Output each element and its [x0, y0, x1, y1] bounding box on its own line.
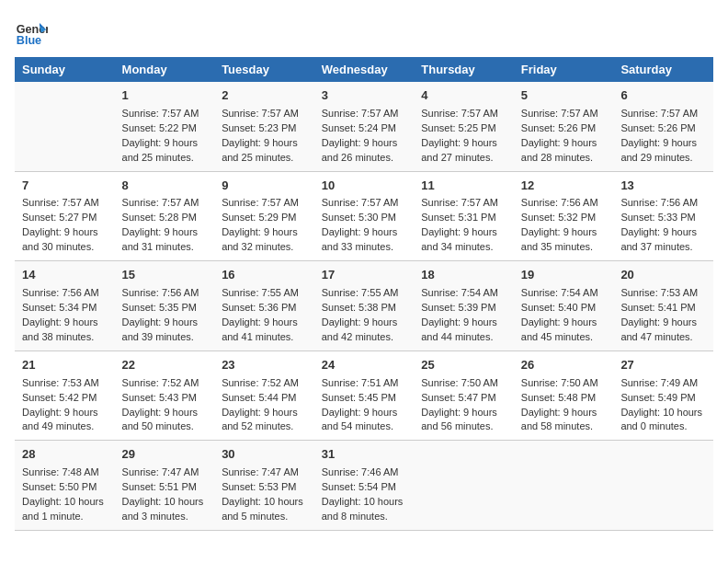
day-info: Sunrise: 7:56 AM	[521, 196, 607, 211]
day-info: Sunrise: 7:57 AM	[620, 107, 706, 121]
day-info: Sunset: 5:36 PM	[222, 301, 307, 316]
day-info: Daylight: 9 hours and 25 minutes.	[222, 136, 307, 166]
calendar-cell: 23Sunrise: 7:52 AMSunset: 5:44 PMDayligh…	[214, 350, 314, 441]
week-row: 28Sunrise: 7:48 AMSunset: 5:50 PMDayligh…	[15, 441, 713, 531]
day-info: Sunset: 5:44 PM	[222, 391, 307, 406]
day-number: 27	[620, 357, 706, 374]
day-info: Sunset: 5:26 PM	[620, 121, 706, 136]
day-info: Daylight: 9 hours and 29 minutes.	[620, 136, 706, 166]
day-number: 24	[322, 357, 407, 374]
day-number: 30	[222, 446, 307, 464]
day-info: Daylight: 9 hours and 35 minutes.	[521, 225, 607, 255]
day-info: Sunset: 5:24 PM	[322, 121, 407, 136]
day-info: Daylight: 9 hours and 32 minutes.	[222, 225, 307, 255]
calendar-cell: 12Sunrise: 7:56 AMSunset: 5:32 PMDayligh…	[514, 171, 614, 261]
day-number: 31	[322, 446, 407, 464]
calendar-cell: 20Sunrise: 7:53 AMSunset: 5:41 PMDayligh…	[613, 261, 713, 351]
calendar-cell: 25Sunrise: 7:50 AMSunset: 5:47 PMDayligh…	[414, 350, 514, 441]
calendar-cell: 27Sunrise: 7:49 AMSunset: 5:49 PMDayligh…	[613, 350, 713, 441]
day-info: Daylight: 9 hours and 28 minutes.	[521, 136, 607, 166]
day-info: Daylight: 9 hours and 33 minutes.	[322, 225, 407, 255]
calendar-cell: 10Sunrise: 7:57 AMSunset: 5:30 PMDayligh…	[314, 171, 415, 261]
day-info: Daylight: 10 hours and 8 minutes.	[322, 495, 407, 524]
day-info: Daylight: 10 hours and 1 minute.	[22, 495, 108, 524]
day-info: Daylight: 10 hours and 3 minutes.	[122, 495, 208, 524]
day-info: Sunrise: 7:54 AM	[421, 286, 506, 301]
day-info: Sunrise: 7:47 AM	[222, 465, 307, 480]
day-info: Daylight: 9 hours and 52 minutes.	[222, 406, 307, 435]
calendar-cell: 6Sunrise: 7:57 AMSunset: 5:26 PMDaylight…	[613, 82, 713, 171]
day-info: Sunset: 5:30 PM	[322, 211, 407, 225]
calendar-cell	[15, 82, 115, 171]
day-info: Daylight: 9 hours and 25 minutes.	[122, 136, 208, 166]
day-info: Sunrise: 7:53 AM	[620, 286, 706, 301]
day-info: Sunrise: 7:56 AM	[122, 286, 208, 301]
day-info: Daylight: 9 hours and 30 minutes.	[22, 225, 108, 255]
day-number: 23	[222, 357, 307, 374]
day-number: 19	[521, 267, 607, 284]
day-info: Sunset: 5:53 PM	[222, 480, 307, 495]
day-info: Sunset: 5:22 PM	[122, 121, 208, 136]
calendar-cell: 18Sunrise: 7:54 AMSunset: 5:39 PMDayligh…	[414, 261, 514, 351]
day-info: Sunset: 5:35 PM	[122, 301, 208, 316]
day-info: Sunrise: 7:54 AM	[521, 286, 607, 301]
day-number: 8	[122, 178, 208, 195]
day-number: 25	[421, 357, 506, 374]
day-info: Sunrise: 7:52 AM	[122, 376, 208, 391]
day-info: Sunset: 5:40 PM	[521, 301, 607, 316]
calendar-cell: 15Sunrise: 7:56 AMSunset: 5:35 PMDayligh…	[115, 261, 215, 351]
day-info: Daylight: 9 hours and 42 minutes.	[322, 316, 407, 345]
header-day: Thursday	[414, 57, 514, 82]
calendar-cell: 16Sunrise: 7:55 AMSunset: 5:36 PMDayligh…	[214, 261, 314, 351]
day-info: Sunset: 5:49 PM	[620, 391, 706, 406]
logo-icon: General Blue	[15, 15, 48, 48]
day-info: Daylight: 9 hours and 27 minutes.	[421, 136, 506, 166]
calendar-cell: 7Sunrise: 7:57 AMSunset: 5:27 PMDaylight…	[15, 171, 115, 261]
day-info: Sunset: 5:27 PM	[22, 211, 108, 225]
day-info: Sunrise: 7:57 AM	[421, 107, 506, 121]
calendar-cell: 21Sunrise: 7:53 AMSunset: 5:42 PMDayligh…	[15, 350, 115, 441]
day-info: Sunset: 5:34 PM	[22, 301, 108, 316]
header-row: SundayMondayTuesdayWednesdayThursdayFrid…	[15, 57, 713, 82]
calendar-cell: 14Sunrise: 7:56 AMSunset: 5:34 PMDayligh…	[15, 261, 115, 351]
day-info: Sunset: 5:28 PM	[122, 211, 208, 225]
day-info: Sunrise: 7:50 AM	[421, 376, 506, 391]
day-info: Sunrise: 7:50 AM	[521, 376, 607, 391]
day-info: Daylight: 9 hours and 45 minutes.	[521, 316, 607, 345]
calendar-table: SundayMondayTuesdayWednesdayThursdayFrid…	[15, 57, 713, 531]
day-info: Sunrise: 7:56 AM	[620, 196, 706, 211]
day-info: Sunset: 5:47 PM	[421, 391, 506, 406]
day-info: Sunrise: 7:57 AM	[222, 196, 307, 211]
day-info: Sunset: 5:31 PM	[421, 211, 506, 225]
day-number: 18	[421, 267, 506, 284]
day-info: Sunrise: 7:55 AM	[222, 286, 307, 301]
day-info: Daylight: 9 hours and 37 minutes.	[620, 225, 706, 255]
day-number: 22	[122, 357, 208, 374]
day-number: 10	[322, 178, 407, 195]
day-info: Sunset: 5:33 PM	[620, 211, 706, 225]
calendar-cell: 31Sunrise: 7:46 AMSunset: 5:54 PMDayligh…	[314, 441, 415, 531]
day-number: 26	[521, 357, 607, 374]
day-info: Daylight: 9 hours and 39 minutes.	[122, 316, 208, 345]
header-day: Friday	[514, 57, 614, 82]
week-row: 21Sunrise: 7:53 AMSunset: 5:42 PMDayligh…	[15, 350, 713, 441]
calendar-cell: 4Sunrise: 7:57 AMSunset: 5:25 PMDaylight…	[414, 82, 514, 171]
day-info: Sunset: 5:48 PM	[521, 391, 607, 406]
day-info: Sunrise: 7:56 AM	[22, 286, 108, 301]
header-day: Tuesday	[214, 57, 314, 82]
svg-text:Blue: Blue	[17, 34, 41, 47]
calendar-cell	[514, 441, 614, 531]
day-info: Sunset: 5:41 PM	[620, 301, 706, 316]
day-info: Sunrise: 7:57 AM	[122, 107, 208, 121]
calendar-cell: 30Sunrise: 7:47 AMSunset: 5:53 PMDayligh…	[214, 441, 314, 531]
day-info: Sunrise: 7:57 AM	[22, 196, 108, 211]
calendar-cell: 5Sunrise: 7:57 AMSunset: 5:26 PMDaylight…	[514, 82, 614, 171]
day-info: Sunrise: 7:57 AM	[322, 107, 407, 121]
calendar-cell: 19Sunrise: 7:54 AMSunset: 5:40 PMDayligh…	[514, 261, 614, 351]
day-info: Daylight: 9 hours and 56 minutes.	[421, 406, 506, 435]
day-info: Sunset: 5:25 PM	[421, 121, 506, 136]
day-number: 21	[22, 357, 108, 374]
day-info: Daylight: 9 hours and 26 minutes.	[322, 136, 407, 166]
calendar-cell: 13Sunrise: 7:56 AMSunset: 5:33 PMDayligh…	[613, 171, 713, 261]
day-number: 28	[22, 446, 108, 464]
